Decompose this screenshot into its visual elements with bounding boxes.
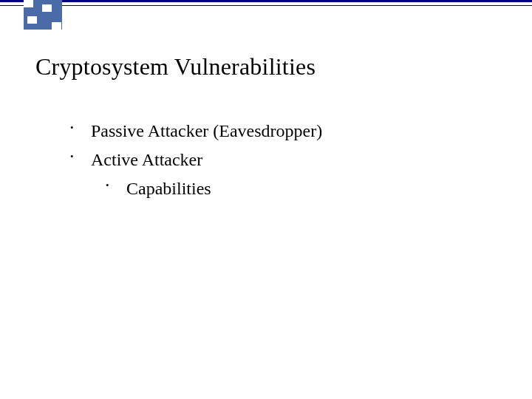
slide: Cryptosystem Vulnerabilities Passive Att… [0, 0, 532, 399]
list-item-text: Passive Attacker (Eavesdropper) [91, 121, 322, 140]
bullet-list-sub: Capabilities [91, 176, 322, 202]
slide-body: Passive Attacker (Eavesdropper) Active A… [70, 118, 322, 204]
corner-accent-cell [24, 0, 33, 7]
bullet-list: Passive Attacker (Eavesdropper) Active A… [70, 118, 322, 201]
corner-accent-icon [24, 0, 62, 30]
list-item: Active Attacker Capabilities [70, 147, 322, 202]
corner-accent-cell [27, 16, 37, 24]
list-item-text: Active Attacker [91, 150, 202, 169]
list-item-text: Capabilities [126, 179, 211, 198]
list-item: Passive Attacker (Eavesdropper) [70, 118, 322, 144]
corner-accent-cell [42, 4, 52, 12]
corner-accent-cell [52, 22, 61, 30]
list-item: Capabilities [106, 176, 322, 202]
top-border-thick [0, 0, 532, 2]
slide-title: Cryptosystem Vulnerabilities [35, 53, 316, 81]
top-border-thin [0, 5, 532, 6]
